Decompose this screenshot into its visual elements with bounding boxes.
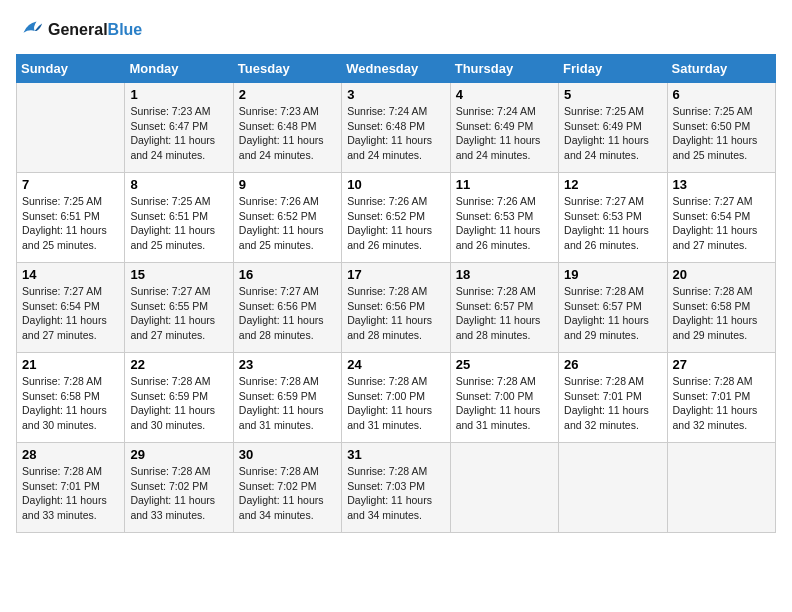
day-number: 15 <box>130 267 227 282</box>
day-info: Sunrise: 7:28 AM Sunset: 7:02 PM Dayligh… <box>130 464 227 523</box>
day-info: Sunrise: 7:25 AM Sunset: 6:49 PM Dayligh… <box>564 104 661 163</box>
day-info: Sunrise: 7:28 AM Sunset: 7:02 PM Dayligh… <box>239 464 336 523</box>
calendar-cell: 31Sunrise: 7:28 AM Sunset: 7:03 PM Dayli… <box>342 443 450 533</box>
day-number: 2 <box>239 87 336 102</box>
day-number: 13 <box>673 177 770 192</box>
day-number: 14 <box>22 267 119 282</box>
day-info: Sunrise: 7:28 AM Sunset: 7:00 PM Dayligh… <box>456 374 553 433</box>
day-number: 29 <box>130 447 227 462</box>
day-number: 25 <box>456 357 553 372</box>
calendar-cell: 23Sunrise: 7:28 AM Sunset: 6:59 PM Dayli… <box>233 353 341 443</box>
day-info: Sunrise: 7:28 AM Sunset: 7:03 PM Dayligh… <box>347 464 444 523</box>
calendar-cell: 14Sunrise: 7:27 AM Sunset: 6:54 PM Dayli… <box>17 263 125 353</box>
day-number: 16 <box>239 267 336 282</box>
day-number: 1 <box>130 87 227 102</box>
day-number: 27 <box>673 357 770 372</box>
header-day-friday: Friday <box>559 55 667 83</box>
day-info: Sunrise: 7:23 AM Sunset: 6:47 PM Dayligh… <box>130 104 227 163</box>
day-number: 10 <box>347 177 444 192</box>
day-number: 8 <box>130 177 227 192</box>
day-info: Sunrise: 7:26 AM Sunset: 6:52 PM Dayligh… <box>239 194 336 253</box>
day-info: Sunrise: 7:27 AM Sunset: 6:56 PM Dayligh… <box>239 284 336 343</box>
calendar-cell: 2Sunrise: 7:23 AM Sunset: 6:48 PM Daylig… <box>233 83 341 173</box>
day-info: Sunrise: 7:27 AM Sunset: 6:53 PM Dayligh… <box>564 194 661 253</box>
day-info: Sunrise: 7:28 AM Sunset: 6:58 PM Dayligh… <box>673 284 770 343</box>
day-info: Sunrise: 7:28 AM Sunset: 6:57 PM Dayligh… <box>564 284 661 343</box>
day-info: Sunrise: 7:28 AM Sunset: 7:01 PM Dayligh… <box>564 374 661 433</box>
calendar-cell: 24Sunrise: 7:28 AM Sunset: 7:00 PM Dayli… <box>342 353 450 443</box>
day-number: 20 <box>673 267 770 282</box>
day-number: 4 <box>456 87 553 102</box>
calendar-week-4: 21Sunrise: 7:28 AM Sunset: 6:58 PM Dayli… <box>17 353 776 443</box>
day-number: 6 <box>673 87 770 102</box>
day-number: 19 <box>564 267 661 282</box>
day-info: Sunrise: 7:27 AM Sunset: 6:54 PM Dayligh… <box>22 284 119 343</box>
day-info: Sunrise: 7:28 AM Sunset: 7:01 PM Dayligh… <box>22 464 119 523</box>
calendar-cell: 5Sunrise: 7:25 AM Sunset: 6:49 PM Daylig… <box>559 83 667 173</box>
day-info: Sunrise: 7:25 AM Sunset: 6:50 PM Dayligh… <box>673 104 770 163</box>
day-number: 26 <box>564 357 661 372</box>
calendar-cell: 13Sunrise: 7:27 AM Sunset: 6:54 PM Dayli… <box>667 173 775 263</box>
calendar-cell: 8Sunrise: 7:25 AM Sunset: 6:51 PM Daylig… <box>125 173 233 263</box>
day-number: 12 <box>564 177 661 192</box>
calendar-cell: 17Sunrise: 7:28 AM Sunset: 6:56 PM Dayli… <box>342 263 450 353</box>
day-info: Sunrise: 7:27 AM Sunset: 6:55 PM Dayligh… <box>130 284 227 343</box>
day-number: 23 <box>239 357 336 372</box>
calendar-cell <box>17 83 125 173</box>
day-number: 22 <box>130 357 227 372</box>
day-number: 9 <box>239 177 336 192</box>
calendar-week-5: 28Sunrise: 7:28 AM Sunset: 7:01 PM Dayli… <box>17 443 776 533</box>
day-info: Sunrise: 7:26 AM Sunset: 6:53 PM Dayligh… <box>456 194 553 253</box>
header-day-saturday: Saturday <box>667 55 775 83</box>
logo-text: GeneralBlue <box>48 21 142 39</box>
calendar-table: SundayMondayTuesdayWednesdayThursdayFrid… <box>16 54 776 533</box>
calendar-cell: 9Sunrise: 7:26 AM Sunset: 6:52 PM Daylig… <box>233 173 341 263</box>
day-info: Sunrise: 7:24 AM Sunset: 6:49 PM Dayligh… <box>456 104 553 163</box>
calendar-cell: 20Sunrise: 7:28 AM Sunset: 6:58 PM Dayli… <box>667 263 775 353</box>
day-info: Sunrise: 7:28 AM Sunset: 7:00 PM Dayligh… <box>347 374 444 433</box>
day-number: 11 <box>456 177 553 192</box>
page-header: GeneralBlue <box>16 16 776 44</box>
calendar-cell: 26Sunrise: 7:28 AM Sunset: 7:01 PM Dayli… <box>559 353 667 443</box>
calendar-cell: 11Sunrise: 7:26 AM Sunset: 6:53 PM Dayli… <box>450 173 558 263</box>
calendar-cell: 6Sunrise: 7:25 AM Sunset: 6:50 PM Daylig… <box>667 83 775 173</box>
day-info: Sunrise: 7:28 AM Sunset: 6:59 PM Dayligh… <box>130 374 227 433</box>
calendar-cell: 16Sunrise: 7:27 AM Sunset: 6:56 PM Dayli… <box>233 263 341 353</box>
day-info: Sunrise: 7:28 AM Sunset: 6:59 PM Dayligh… <box>239 374 336 433</box>
day-number: 31 <box>347 447 444 462</box>
calendar-week-2: 7Sunrise: 7:25 AM Sunset: 6:51 PM Daylig… <box>17 173 776 263</box>
day-info: Sunrise: 7:24 AM Sunset: 6:48 PM Dayligh… <box>347 104 444 163</box>
day-info: Sunrise: 7:26 AM Sunset: 6:52 PM Dayligh… <box>347 194 444 253</box>
day-info: Sunrise: 7:25 AM Sunset: 6:51 PM Dayligh… <box>22 194 119 253</box>
day-number: 17 <box>347 267 444 282</box>
day-number: 3 <box>347 87 444 102</box>
calendar-cell: 19Sunrise: 7:28 AM Sunset: 6:57 PM Dayli… <box>559 263 667 353</box>
day-number: 24 <box>347 357 444 372</box>
calendar-cell: 12Sunrise: 7:27 AM Sunset: 6:53 PM Dayli… <box>559 173 667 263</box>
calendar-cell: 30Sunrise: 7:28 AM Sunset: 7:02 PM Dayli… <box>233 443 341 533</box>
header-day-wednesday: Wednesday <box>342 55 450 83</box>
calendar-cell <box>450 443 558 533</box>
calendar-cell: 22Sunrise: 7:28 AM Sunset: 6:59 PM Dayli… <box>125 353 233 443</box>
logo-bird-icon <box>16 16 44 44</box>
header-day-monday: Monday <box>125 55 233 83</box>
calendar-cell: 15Sunrise: 7:27 AM Sunset: 6:55 PM Dayli… <box>125 263 233 353</box>
day-info: Sunrise: 7:25 AM Sunset: 6:51 PM Dayligh… <box>130 194 227 253</box>
calendar-cell: 21Sunrise: 7:28 AM Sunset: 6:58 PM Dayli… <box>17 353 125 443</box>
calendar-body: 1Sunrise: 7:23 AM Sunset: 6:47 PM Daylig… <box>17 83 776 533</box>
day-info: Sunrise: 7:28 AM Sunset: 6:58 PM Dayligh… <box>22 374 119 433</box>
day-number: 18 <box>456 267 553 282</box>
calendar-week-1: 1Sunrise: 7:23 AM Sunset: 6:47 PM Daylig… <box>17 83 776 173</box>
day-number: 7 <box>22 177 119 192</box>
day-info: Sunrise: 7:28 AM Sunset: 6:57 PM Dayligh… <box>456 284 553 343</box>
calendar-cell: 3Sunrise: 7:24 AM Sunset: 6:48 PM Daylig… <box>342 83 450 173</box>
calendar-cell: 28Sunrise: 7:28 AM Sunset: 7:01 PM Dayli… <box>17 443 125 533</box>
day-info: Sunrise: 7:28 AM Sunset: 6:56 PM Dayligh… <box>347 284 444 343</box>
day-info: Sunrise: 7:28 AM Sunset: 7:01 PM Dayligh… <box>673 374 770 433</box>
calendar-cell: 7Sunrise: 7:25 AM Sunset: 6:51 PM Daylig… <box>17 173 125 263</box>
day-number: 5 <box>564 87 661 102</box>
calendar-cell: 25Sunrise: 7:28 AM Sunset: 7:00 PM Dayli… <box>450 353 558 443</box>
calendar-week-3: 14Sunrise: 7:27 AM Sunset: 6:54 PM Dayli… <box>17 263 776 353</box>
calendar-cell: 27Sunrise: 7:28 AM Sunset: 7:01 PM Dayli… <box>667 353 775 443</box>
day-number: 30 <box>239 447 336 462</box>
